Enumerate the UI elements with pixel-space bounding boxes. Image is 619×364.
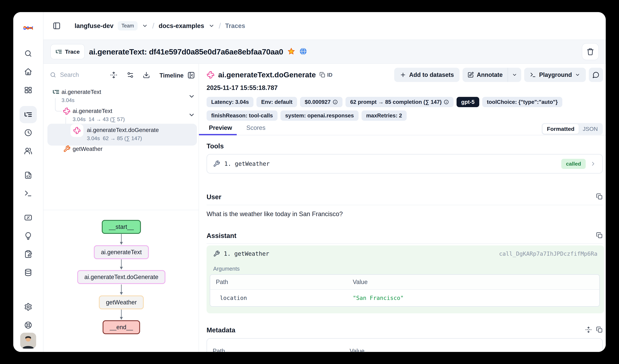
- value-header: Value: [350, 348, 364, 352]
- format-formatted-option[interactable]: Formatted: [543, 124, 579, 134]
- graph-node-do-generate[interactable]: ai.generateText.doGenerate: [77, 270, 166, 284]
- comment-icon: [592, 71, 599, 78]
- graph-node-generate-text[interactable]: ai.generateText: [94, 245, 149, 259]
- trace-header-bar: Trace ai.generateText: df41e597d0a85e0d7…: [43, 40, 606, 64]
- tool-icon: [213, 160, 220, 167]
- comments-button[interactable]: [589, 68, 603, 82]
- clock-icon[interactable]: [24, 129, 32, 137]
- pen-square-icon: [467, 72, 474, 78]
- active-tab-underline: [199, 134, 237, 135]
- judge-icon[interactable]: [24, 232, 32, 240]
- tree-row-duration: 3.04s 62 → 85 (∑ 147): [87, 135, 142, 141]
- breadcrumb-separator: /: [219, 21, 221, 30]
- tree-toolbar: Timeline: [43, 64, 199, 87]
- expand-icon[interactable]: [585, 326, 592, 333]
- chevron-right-icon[interactable]: [590, 161, 596, 167]
- tab-preview[interactable]: Preview: [209, 124, 232, 131]
- user-avatar[interactable]: [20, 333, 36, 349]
- breadcrumb-project[interactable]: langfuse-dev: [75, 22, 113, 29]
- path-header: Path: [210, 279, 353, 285]
- id-label[interactable]: ID: [327, 72, 332, 78]
- token-usage-badge[interactable]: 62 prompt → 85 completion (∑ 147): [345, 97, 453, 107]
- value-header: Value: [353, 279, 367, 285]
- dashboard-icon[interactable]: [24, 86, 32, 94]
- annotate-dropdown-button[interactable]: [508, 68, 521, 82]
- public-globe-icon[interactable]: [299, 48, 307, 56]
- users-icon[interactable]: [24, 147, 32, 155]
- path-header: Path: [207, 348, 350, 352]
- user-message: What is the weather like today in San Fr…: [207, 211, 343, 218]
- graph-node-get-weather[interactable]: getWeather: [99, 296, 144, 309]
- terminal-icon: [530, 72, 536, 78]
- copy-icon[interactable]: [596, 193, 603, 200]
- playground-icon[interactable]: [24, 189, 32, 198]
- home-icon[interactable]: [24, 67, 32, 76]
- copy-icon[interactable]: [596, 232, 603, 239]
- model-badge[interactable]: gpt-5: [457, 97, 479, 107]
- sidebar-toggle-icon[interactable]: [53, 22, 61, 30]
- info-icon: [444, 99, 449, 105]
- copy-id-icon[interactable]: [319, 72, 325, 78]
- app-window: langfuse-dev Team / docs-examples / Trac…: [13, 12, 606, 352]
- trace-icon: [52, 88, 60, 95]
- tree-row[interactable]: ai.generateText.doGenerate: [87, 127, 159, 133]
- assistant-section-icons: [596, 232, 603, 239]
- arg-path: location: [210, 295, 353, 301]
- prompts-icon[interactable]: [24, 171, 32, 179]
- add-to-datasets-button[interactable]: Add to datasets: [394, 68, 460, 82]
- copy-icon[interactable]: [596, 326, 603, 333]
- format-json-option[interactable]: JSON: [579, 124, 602, 134]
- graph-node-end[interactable]: __end__: [103, 320, 140, 334]
- annotate-button[interactable]: Annotate: [463, 68, 507, 82]
- graph-node-start[interactable]: __start__: [102, 220, 141, 234]
- breadcrumb-org[interactable]: docs-examples: [159, 22, 204, 29]
- panel-divider: [43, 210, 199, 210]
- chevron-down-icon[interactable]: [142, 23, 148, 29]
- tree-row[interactable]: ai.generateText: [73, 108, 112, 114]
- arg-value: "San Francisco": [353, 295, 404, 301]
- tool-call-panel: 1. getWeather call_DgKARp7a7IhJPDczfifMp…: [207, 245, 604, 313]
- settings-icon[interactable]: [24, 303, 32, 311]
- tool-call-id: call_DgKARp7a7IhJPDczfifMp6Ra: [499, 250, 597, 257]
- table-header-row: Path Value: [207, 339, 602, 352]
- langfuse-logo[interactable]: [23, 24, 33, 32]
- playground-button[interactable]: Playground: [524, 68, 586, 82]
- detail-tabs: Preview Scores Formatted JSON: [199, 124, 606, 135]
- tree-settings-icon[interactable]: [127, 71, 134, 79]
- tool-called-badge: called: [561, 159, 586, 169]
- trace-icon: [55, 48, 62, 55]
- bookmark-star-icon[interactable]: [287, 48, 295, 56]
- trace-title: ai.generateText: df41e597d0a85e0d7a6ae8e…: [89, 47, 283, 56]
- chevron-down-icon[interactable]: [188, 111, 195, 118]
- timeline-toggle[interactable]: Timeline: [159, 72, 183, 79]
- tool-name: 1. getWeather: [224, 161, 270, 167]
- delete-trace-button[interactable]: [582, 43, 599, 60]
- tool-definition-row[interactable]: 1. getWeather called: [207, 154, 603, 174]
- annotation-icon[interactable]: [24, 250, 32, 258]
- tree-row-duration: 3.04s: [61, 97, 74, 103]
- table-row: location "San Francisco": [210, 290, 599, 306]
- env-badge: Env: default: [256, 97, 297, 107]
- breadcrumb-page[interactable]: Traces: [225, 22, 245, 29]
- support-icon[interactable]: [24, 321, 32, 329]
- download-icon[interactable]: [143, 71, 150, 79]
- info-icon: [333, 99, 338, 105]
- chevron-down-icon[interactable]: [209, 23, 214, 29]
- collapse-panel-icon[interactable]: [187, 71, 195, 79]
- search-input[interactable]: [60, 71, 110, 78]
- tree-row[interactable]: ai.generateText: [61, 89, 101, 95]
- evals-icon[interactable]: [24, 214, 32, 222]
- tree-row[interactable]: getWeather: [73, 146, 102, 152]
- search-icon[interactable]: [24, 49, 32, 58]
- datasets-icon[interactable]: [24, 268, 32, 277]
- user-section-icons: [596, 193, 603, 200]
- tab-scores[interactable]: Scores: [246, 124, 265, 131]
- main-area: langfuse-dev Team / docs-examples / Trac…: [43, 12, 606, 352]
- collapse-all-icon[interactable]: [110, 71, 117, 79]
- app-sidebar: [13, 12, 43, 352]
- user-heading: User: [207, 193, 221, 201]
- tracing-icon[interactable]: [24, 110, 32, 119]
- chevron-down-icon[interactable]: [188, 93, 195, 100]
- tool-icon: [63, 145, 70, 152]
- cost-badge[interactable]: $0.000927: [300, 97, 342, 107]
